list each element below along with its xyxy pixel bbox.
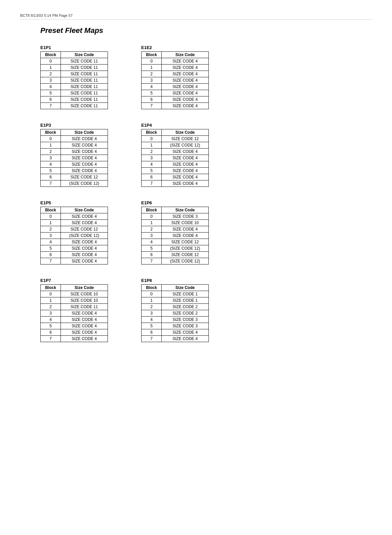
- sizecode-cell: SIZE CODE 4: [162, 96, 209, 103]
- block-cell: 5: [41, 90, 61, 96]
- sizecode-cell: SIZE CODE 4: [61, 155, 108, 161]
- table-row: 0SIZE CODE 4: [41, 213, 108, 220]
- sizecode-cell: SIZE CODE 4: [162, 58, 209, 65]
- sizecode-cell: SIZE CODE 12: [61, 226, 108, 233]
- table-row: 1SIZE CODE 10: [142, 220, 209, 226]
- table-row: 0SIZE CODE 4: [142, 58, 209, 65]
- sizecode-cell: SIZE CODE 11: [61, 304, 108, 310]
- table-row: 6SIZE CODE 12: [41, 174, 108, 180]
- sizecode-cell: SIZE CODE 11: [61, 58, 108, 65]
- col-header-sizecode: Size Code: [61, 207, 108, 213]
- sizecode-cell: SIZE CODE 4: [162, 84, 209, 90]
- table-row: 1SIZE CODE 11: [41, 65, 108, 71]
- sizecode-cell: SIZE CODE 4: [61, 239, 108, 245]
- table-row: 5SIZE CODE 4: [41, 323, 108, 329]
- sizecode-cell: SIZE CODE 1: [162, 291, 209, 297]
- table-row: 6SIZE CODE 4: [142, 96, 209, 103]
- col-header-block: Block: [142, 129, 162, 136]
- table-row: 7SIZE CODE 4: [142, 180, 209, 187]
- table-row: 2SIZE CODE 11: [41, 304, 108, 310]
- block-cell: 2: [41, 71, 61, 77]
- block-cell: 3: [41, 155, 61, 161]
- block-cell: 1: [41, 297, 61, 304]
- table-row: 7SIZE CODE 4: [142, 336, 209, 342]
- sizecode-cell: SIZE CODE 3: [162, 323, 209, 329]
- block-cell: 6: [41, 174, 61, 180]
- table-block-e1p8: E1P8 Block Size Code 0SIZE CODE 11SIZE C…: [141, 278, 215, 342]
- sizecode-cell: SIZE CODE 12: [162, 239, 209, 245]
- sizecode-cell: SIZE CODE 4: [162, 168, 209, 174]
- col-header-sizecode: Size Code: [162, 129, 209, 136]
- tables-row-3: E1P5 Block Size Code 0SIZE CODE 41SIZE C…: [40, 200, 372, 264]
- col-header-sizecode: Size Code: [162, 52, 209, 58]
- table-row: 7SIZE CODE 4: [142, 103, 209, 109]
- block-cell: 3: [142, 310, 162, 317]
- sizecode-cell: SIZE CODE 10: [61, 291, 108, 297]
- block-cell: 3: [41, 310, 61, 317]
- table-row: 1SIZE CODE 4: [41, 220, 108, 226]
- sizecode-cell: SIZE CODE 4: [61, 213, 108, 220]
- table-row: 5SIZE CODE 4: [41, 245, 108, 252]
- table-row: 5SIZE CODE 4: [142, 90, 209, 96]
- sizecode-cell: SIZE CODE 11: [61, 77, 108, 84]
- table-row: 3(SIZE CODE 12): [41, 233, 108, 239]
- table-row: 3SIZE CODE 11: [41, 77, 108, 84]
- sizecode-cell: SIZE CODE 11: [61, 84, 108, 90]
- table-row: 1SIZE CODE 10: [41, 297, 108, 304]
- col-header-sizecode: Size Code: [162, 285, 209, 291]
- table-label-e1p7: E1P7: [40, 278, 114, 283]
- block-cell: 4: [41, 239, 61, 245]
- col-header-block: Block: [41, 129, 61, 136]
- sizecode-cell: SIZE CODE 4: [61, 336, 108, 342]
- block-cell: 0: [142, 58, 162, 65]
- sizecode-cell: SIZE CODE 4: [61, 161, 108, 168]
- table-row: 5SIZE CODE 11: [41, 90, 108, 96]
- block-cell: 6: [142, 252, 162, 258]
- tables-row-1: E1P1 Block Size Code 0SIZE CODE 111SIZE …: [40, 45, 372, 109]
- block-cell: 1: [41, 220, 61, 226]
- block-cell: 7: [41, 180, 61, 187]
- table-label-e1p6: E1P6: [141, 200, 215, 205]
- sizecode-cell: SIZE CODE 4: [162, 149, 209, 155]
- sizecode-cell: SIZE CODE 1: [162, 297, 209, 304]
- table-row: 1SIZE CODE 1: [142, 297, 209, 304]
- sizecode-cell: SIZE CODE 12: [61, 174, 108, 180]
- block-cell: 4: [41, 161, 61, 168]
- table-e1p5: Block Size Code 0SIZE CODE 41SIZE CODE 4…: [40, 207, 108, 264]
- block-cell: 3: [41, 233, 61, 239]
- sizecode-cell: SIZE CODE 3: [162, 317, 209, 323]
- table-row: 5SIZE CODE 4: [41, 168, 108, 174]
- table-row: 2SIZE CODE 11: [41, 71, 108, 77]
- col-header-block: Block: [142, 285, 162, 291]
- table-row: 2SIZE CODE 4: [41, 149, 108, 155]
- table-row: 5SIZE CODE 4: [142, 168, 209, 174]
- table-block-e1p6: E1P6 Block Size Code 0SIZE CODE 31SIZE C…: [141, 200, 215, 264]
- sizecode-cell: SIZE CODE 4: [61, 149, 108, 155]
- block-cell: 4: [142, 317, 162, 323]
- sizecode-cell: SIZE CODE 4: [162, 71, 209, 77]
- table-label-e1p3: E1P3: [40, 123, 114, 128]
- block-cell: 5: [41, 245, 61, 252]
- col-header-sizecode: Size Code: [61, 129, 108, 136]
- block-cell: 1: [41, 142, 61, 149]
- table-row: 7SIZE CODE 11: [41, 103, 108, 109]
- block-cell: 1: [142, 220, 162, 226]
- table-row: 5SIZE CODE 3: [142, 323, 209, 329]
- table-row: 2SIZE CODE 4: [142, 71, 209, 77]
- block-cell: 5: [41, 323, 61, 329]
- block-cell: 7: [41, 103, 61, 109]
- table-block-e1p7: E1P7 Block Size Code 0SIZE CODE 101SIZE …: [40, 278, 114, 342]
- col-header-block: Block: [142, 52, 162, 58]
- table-row: 2SIZE CODE 12: [41, 226, 108, 233]
- sizecode-cell: SIZE CODE 11: [61, 96, 108, 103]
- block-cell: 1: [41, 65, 61, 71]
- sizecode-cell: SIZE CODE 4: [61, 258, 108, 264]
- sizecode-cell: SIZE CODE 4: [61, 136, 108, 142]
- block-cell: 4: [41, 84, 61, 90]
- block-cell: 7: [41, 336, 61, 342]
- sizecode-cell: SIZE CODE 3: [162, 213, 209, 220]
- block-cell: 1: [142, 297, 162, 304]
- table-block-e1p3: E1P3 Block Size Code 0SIZE CODE 41SIZE C…: [40, 123, 114, 187]
- block-cell: 5: [142, 245, 162, 252]
- sizecode-cell: SIZE CODE 11: [61, 90, 108, 96]
